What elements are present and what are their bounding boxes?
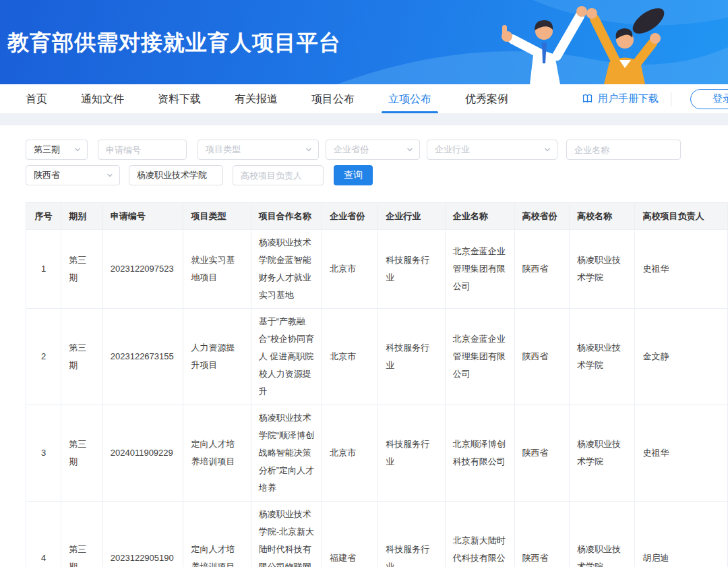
table-header-cell: 期别 <box>61 203 103 230</box>
table-cell: 杨凌职业技术学院 <box>569 230 635 309</box>
banner: 教育部供需对接就业育人项目平台 <box>0 0 728 84</box>
table-cell: 第三期 <box>61 502 103 567</box>
navbar: 首页通知文件资料下载有关报道项目公布立项公布优秀案例 用户手册下载 登录 <box>0 84 728 113</box>
nav-item-7[interactable]: 优秀案例 <box>465 84 508 113</box>
table-header-cell: 申请编号 <box>102 203 183 230</box>
table-cell: 金文静 <box>635 309 728 405</box>
application-number-input[interactable] <box>98 140 187 160</box>
table-cell: 杨凌职业技术学院“顺泽博创战略智能决策分析”定向人才培养 <box>251 405 322 502</box>
table-header-row: 序号期别申请编号项目类型项目合作名称企业省份企业行业企业名称高校省份高校名称高校… <box>26 203 728 230</box>
table-row: 3第三期2024011909229定向人才培养培训项目杨凌职业技术学院“顺泽博创… <box>26 405 728 502</box>
table-cell: 2023122097523 <box>102 230 183 309</box>
nav-item-6-active[interactable]: 立项公布 <box>388 84 431 113</box>
nav-item-5[interactable]: 项目公布 <box>311 84 355 113</box>
table-header-cell: 高校项目负责人 <box>635 203 728 230</box>
search-button[interactable]: 查询 <box>334 165 373 185</box>
nav-item-2[interactable]: 通知文件 <box>81 84 124 113</box>
table-cell: 第三期 <box>61 309 103 405</box>
table-cell: 陕西省 <box>514 405 569 502</box>
table-cell: 定向人才培养培训项目 <box>183 502 251 567</box>
results-table-wrap: 序号期别申请编号项目类型项目合作名称企业省份企业行业企业名称高校省份高校名称高校… <box>26 202 728 567</box>
table-cell: 第三期 <box>61 230 103 309</box>
table-cell: 北京顺泽博创科技有限公司 <box>445 405 514 502</box>
college-province-select-value: 陕西省 <box>34 169 60 181</box>
table-cell: 胡启迪 <box>635 502 728 567</box>
table-cell: 福建省 <box>322 502 378 567</box>
table-header-cell: 企业行业 <box>378 203 445 230</box>
table-header-cell: 企业名称 <box>445 203 514 230</box>
results-table: 序号期别申请编号项目类型项目合作名称企业省份企业行业企业名称高校省份高校名称高校… <box>26 202 728 567</box>
nav-divider <box>671 92 671 107</box>
period-select[interactable]: 第三期 <box>26 140 88 160</box>
company-province-select[interactable]: 企业省份 <box>326 140 420 160</box>
chevron-down-icon <box>305 146 312 153</box>
company-industry-select-value: 企业行业 <box>435 144 470 156</box>
table-cell: 杨凌职业技术学院 <box>569 309 635 405</box>
table-cell: 陕西省 <box>514 230 569 309</box>
project-type-select[interactable]: 项目类型 <box>198 140 319 160</box>
table-cell: 陕西省 <box>514 309 569 405</box>
table-cell: 科技服务行业 <box>378 502 445 567</box>
company-name-input[interactable] <box>566 140 681 160</box>
chevron-down-icon <box>544 146 551 153</box>
table-cell: 杨凌职业技术学院-北京新大陆时代科技有限公司物联网及人工智能方向人才培养 <box>251 502 322 567</box>
table-cell: 杨凌职业技术学院 <box>569 502 635 567</box>
table-cell: 2023122673155 <box>102 309 183 405</box>
table-cell: 史祖华 <box>635 230 728 309</box>
chevron-down-icon <box>107 172 113 179</box>
company-industry-select[interactable]: 企业行业 <box>427 140 557 160</box>
table-cell: 3 <box>26 405 61 502</box>
nav-items: 首页通知文件资料下载有关报道项目公布立项公布优秀案例 <box>26 84 508 113</box>
filter-row-1: 第三期项目类型企业省份企业行业 <box>0 140 681 160</box>
college-province-select[interactable]: 陕西省 <box>26 165 120 185</box>
table-header-cell: 序号 <box>26 203 61 230</box>
chevron-down-icon <box>406 146 413 153</box>
table-header-cell: 企业省份 <box>322 203 378 230</box>
user-manual-download-link[interactable]: 用户手册下载 <box>582 92 659 105</box>
table-cell: 定向人才培养培训项目 <box>183 405 251 502</box>
book-icon <box>582 93 593 105</box>
table-header-cell: 项目合作名称 <box>251 203 322 230</box>
table-cell: 基于“产教融合”校企协同育人 促进高职院校人力资源提升 <box>251 309 322 405</box>
table-cell: 人力资源提升项目 <box>183 309 251 405</box>
table-cell: 北京市 <box>322 405 378 502</box>
nav-item-3[interactable]: 资料下载 <box>158 84 201 113</box>
college-leader-input[interactable] <box>233 165 324 185</box>
chevron-down-icon <box>74 146 81 153</box>
table-cell: 杨凌职业技术学院 <box>569 405 635 502</box>
table-cell: 陕西省 <box>514 502 569 567</box>
college-name-input[interactable] <box>129 165 223 185</box>
company-province-select-value: 企业省份 <box>334 144 369 156</box>
main-content: 第三期项目类型企业省份企业行业 陕西省查询 序号期别申请编号项目类型项目合作名称… <box>0 125 728 567</box>
table-cell: 科技服务行业 <box>378 309 445 405</box>
table-row: 2第三期2023122673155人力资源提升项目基于“产教融合”校企协同育人 … <box>26 309 728 405</box>
table-header-cell: 项目类型 <box>183 203 251 230</box>
table-cell: 2024011909229 <box>102 405 183 502</box>
table-cell: 北京市 <box>322 230 378 309</box>
nav-item-4[interactable]: 有关报道 <box>235 84 278 113</box>
table-header-cell: 高校省份 <box>514 203 569 230</box>
table-cell: 北京金蓝企业管理集团有限公司 <box>445 309 514 405</box>
filter-row-2: 陕西省查询 <box>0 165 373 185</box>
period-select-value: 第三期 <box>34 144 60 156</box>
page: 教育部供需对接就业育人项目平台 首页通知文件资料下载有关报道项目公布立项公布优秀… <box>0 0 728 567</box>
site-title: 教育部供需对接就业育人项目平台 <box>7 28 341 58</box>
table-cell: 1 <box>26 230 61 309</box>
nav-right: 用户手册下载 登录 <box>582 84 728 113</box>
table-cell: 第三期 <box>61 405 103 502</box>
table-cell: 科技服务行业 <box>378 405 445 502</box>
nav-item-1[interactable]: 首页 <box>26 84 47 113</box>
table-cell: 史祖华 <box>635 405 728 502</box>
table-cell: 北京金蓝企业管理集团有限公司 <box>445 230 514 309</box>
table-cell: 就业实习基地项目 <box>183 230 251 309</box>
login-button[interactable]: 登录 <box>690 89 728 109</box>
table-cell: 4 <box>26 502 61 567</box>
table-header-cell: 高校名称 <box>569 203 635 230</box>
table-cell: 北京市 <box>322 309 378 405</box>
table-cell: 北京新大陆时代科技有限公司 <box>445 502 514 567</box>
table-cell: 2 <box>26 309 61 405</box>
user-manual-label: 用户手册下载 <box>598 92 659 105</box>
table-cell: 杨凌职业技术学院金蓝智能财务人才就业实习基地 <box>251 230 322 309</box>
table-cell: 2023122905190 <box>102 502 183 567</box>
table-cell: 科技服务行业 <box>378 230 445 309</box>
